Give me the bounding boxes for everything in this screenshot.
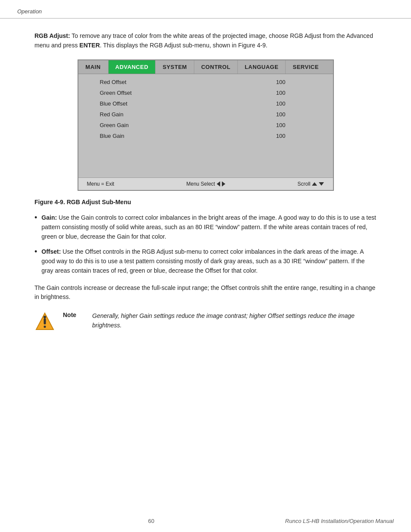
gain-label: Gain: bbox=[41, 214, 57, 221]
status-menu-select: Menu Select bbox=[186, 181, 225, 187]
bullet-gain: • Gain: Use the Gain controls to correct… bbox=[34, 213, 377, 241]
bullet-dot-1: • bbox=[34, 213, 37, 223]
figure-caption: Figure 4-9. RGB Adjust Sub-Menu bbox=[34, 199, 377, 205]
bullet-offset-text: Offset: Use the Offset controls in the R… bbox=[41, 247, 377, 275]
page-number: 60 bbox=[17, 518, 285, 524]
tab-system[interactable]: SYSTEM bbox=[156, 60, 194, 74]
menu-row-blue-gain: Blue Gain 100 bbox=[78, 131, 333, 141]
note-text: Generally, higher Gain settings reduce t… bbox=[92, 311, 377, 330]
offset-label: Offset: bbox=[41, 248, 61, 255]
section-label: Operation bbox=[17, 8, 42, 15]
main-content: RGB Adjust: To remove any trace of color… bbox=[0, 19, 411, 354]
menu-row-blue-offset: Blue Offset 100 bbox=[78, 98, 333, 109]
note-content: Note Generally, higher Gain settings red… bbox=[63, 311, 377, 330]
menu-select-text: Menu Select bbox=[186, 181, 215, 187]
note-box: Note Generally, higher Gain settings red… bbox=[34, 311, 377, 332]
menu-row-green-offset: Green Offset 100 bbox=[78, 87, 333, 98]
blue-offset-value: 100 bbox=[276, 100, 320, 107]
menu-row-red-offset: Red Offset 100 bbox=[78, 77, 333, 87]
menu-tabs: MAIN ADVANCED SYSTEM CONTROL LANGUAGE SE… bbox=[78, 60, 333, 74]
red-offset-label: Red Offset bbox=[100, 79, 276, 85]
blue-offset-label: Blue Offset bbox=[100, 100, 276, 107]
menu-row-green-gain: Green Gain 100 bbox=[78, 120, 333, 131]
arrow-left-icon bbox=[217, 181, 220, 187]
body-paragraph: The Gain controls increase or decrease t… bbox=[34, 283, 377, 302]
red-gain-label: Red Gain bbox=[100, 111, 276, 118]
arrow-right-icon bbox=[222, 181, 225, 187]
svg-rect-1 bbox=[44, 318, 46, 324]
green-offset-value: 100 bbox=[276, 90, 320, 96]
green-offset-label: Green Offset bbox=[100, 90, 276, 96]
page-footer: 60 Runco LS-HB Installation/Operation Ma… bbox=[0, 518, 411, 524]
blue-gain-label: Blue Gain bbox=[100, 133, 276, 139]
note-label: Note bbox=[63, 311, 84, 318]
red-offset-value: 100 bbox=[276, 79, 320, 85]
enter-label: ENTER bbox=[79, 42, 100, 49]
intro-paragraph: RGB Adjust: To remove any trace of color… bbox=[34, 31, 377, 50]
gain-text: Use the Gain controls to correct color i… bbox=[41, 214, 376, 240]
arrow-up-icon bbox=[312, 182, 317, 186]
scroll-text: Scroll bbox=[297, 181, 310, 187]
tab-language[interactable]: LANGUAGE bbox=[238, 60, 286, 74]
intro-text2: . This displays the RGB Adjust sub-menu,… bbox=[100, 42, 268, 49]
tab-main[interactable]: MAIN bbox=[78, 60, 109, 74]
menu-screenshot: MAIN ADVANCED SYSTEM CONTROL LANGUAGE SE… bbox=[78, 59, 334, 191]
status-menu-exit: Menu = Exit bbox=[87, 181, 115, 187]
page-header: Operation bbox=[0, 0, 411, 19]
menu-row-red-gain: Red Gain 100 bbox=[78, 109, 333, 120]
tab-service[interactable]: SERVICE bbox=[286, 60, 325, 74]
green-gain-label: Green Gain bbox=[100, 122, 276, 128]
arrow-down-icon bbox=[319, 182, 324, 186]
tab-control[interactable]: CONTROL bbox=[194, 60, 238, 74]
rgb-adjust-label: RGB Adjust: bbox=[34, 32, 70, 39]
offset-text: Use the Offset controls in the RGB Adjus… bbox=[41, 248, 364, 274]
note-icon bbox=[34, 311, 55, 332]
footer-title: Runco LS-HB Installation/Operation Manua… bbox=[285, 518, 394, 524]
menu-exit-text: Menu = Exit bbox=[87, 181, 115, 187]
blue-gain-value: 100 bbox=[276, 133, 320, 139]
status-scroll: Scroll bbox=[297, 181, 324, 187]
red-gain-value: 100 bbox=[276, 111, 320, 118]
bullet-gain-text: Gain: Use the Gain controls to correct c… bbox=[41, 213, 377, 241]
green-gain-value: 100 bbox=[276, 122, 320, 128]
svg-point-3 bbox=[44, 316, 46, 318]
svg-rect-2 bbox=[44, 326, 46, 328]
menu-body: Red Offset 100 Green Offset 100 Blue Off… bbox=[78, 74, 333, 177]
bullet-list: • Gain: Use the Gain controls to correct… bbox=[34, 213, 377, 275]
menu-statusbar: Menu = Exit Menu Select Scroll bbox=[78, 177, 333, 190]
bullet-offset: • Offset: Use the Offset controls in the… bbox=[34, 247, 377, 275]
bullet-dot-2: • bbox=[34, 247, 37, 257]
tab-advanced[interactable]: ADVANCED bbox=[109, 60, 156, 74]
